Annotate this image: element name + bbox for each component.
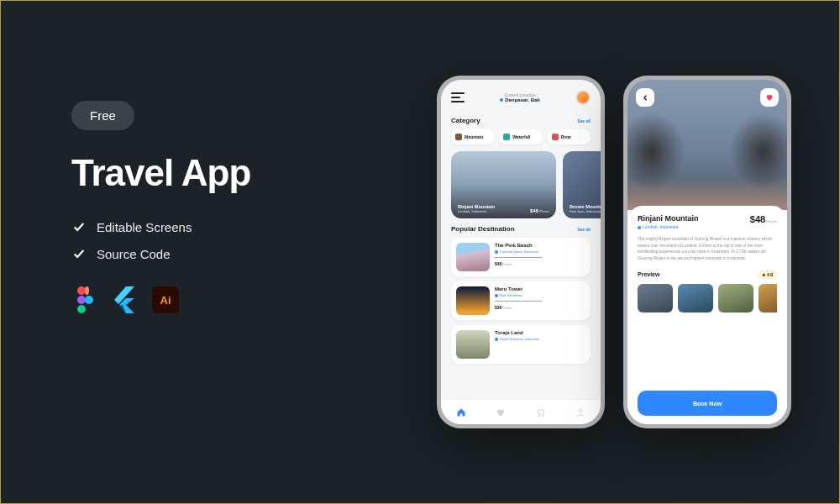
preview-thumb[interactable]: [759, 284, 777, 312]
card-location: Lombok, Indonesia: [458, 209, 495, 213]
phone-mockup-detail: Rinjani Mountain Lombok, Indonesia $48/P…: [623, 76, 791, 428]
free-badge: Free: [71, 101, 134, 130]
menu-icon[interactable]: [451, 92, 465, 102]
detail-description: The mighty Rinjani mountain of Gunung Ri…: [638, 236, 777, 262]
featured-card[interactable]: Bromo Mountain East Java, Indonesia: [563, 151, 601, 218]
check-icon: [71, 219, 87, 234]
svg-point-7: [579, 409, 582, 412]
rating-badge: ★4.8: [758, 270, 777, 279]
nav-cart-icon[interactable]: [535, 407, 547, 418]
see-all-link[interactable]: See all: [577, 227, 591, 232]
detail-title: Rinjani Mountain: [638, 214, 699, 223]
marketing-panel: Free Travel App Editable Screens Source …: [71, 101, 391, 313]
svg-point-0: [77, 286, 86, 295]
feature-item: Editable Screens: [71, 219, 391, 234]
detail-price: $48: [750, 214, 765, 224]
book-now-button[interactable]: Book Now: [638, 391, 777, 416]
popular-title: Popular Destination: [451, 225, 515, 233]
destination-item[interactable]: Toraja Land South Sulawesi, Indonesia: [451, 325, 591, 364]
svg-point-2: [77, 296, 86, 304]
tool-icons-row: Ai: [71, 286, 391, 313]
feature-item: Source Code: [71, 246, 391, 261]
svg-rect-1: [85, 286, 89, 295]
category-chip[interactable]: Mountain: [451, 129, 494, 144]
feature-label: Editable Screens: [97, 220, 192, 234]
mountain-icon: [455, 134, 462, 140]
category-title: Category: [451, 117, 480, 124]
figma-icon: [71, 286, 98, 313]
location-value: Denpasar, Bali: [505, 97, 539, 102]
category-chip[interactable]: Waterfall: [499, 129, 542, 144]
feature-label: Source Code: [97, 247, 171, 261]
detail-location: Lombok, Indonesia: [643, 224, 678, 229]
check-icon: [71, 246, 87, 261]
detail-sheet: Rinjani Mountain Lombok, Indonesia $48/P…: [627, 206, 787, 424]
river-icon: [552, 134, 559, 140]
destination-thumb: [456, 243, 490, 271]
phone-mockup-home: Current Location Denpasar, Bali Category…: [437, 76, 605, 428]
bottom-nav: [441, 399, 601, 424]
nav-favorite-icon[interactable]: [495, 407, 507, 418]
favorite-button[interactable]: [760, 88, 779, 107]
svg-point-3: [85, 296, 93, 304]
hero-image: [627, 80, 787, 210]
see-all-link[interactable]: See all: [577, 118, 591, 123]
nav-home-icon[interactable]: [455, 407, 467, 418]
card-location: East Java, Indonesia: [570, 209, 601, 213]
destination-thumb: [456, 286, 490, 315]
nav-profile-icon[interactable]: [575, 407, 586, 418]
featured-card[interactable]: Rinjani Mountain Lombok, Indonesia $48/P…: [451, 151, 556, 218]
category-chip[interactable]: River: [548, 129, 591, 144]
svg-point-4: [77, 305, 86, 313]
preview-thumb[interactable]: [678, 284, 713, 312]
svg-point-5: [538, 415, 540, 417]
preview-title: Preview: [638, 271, 659, 277]
waterfall-icon: [503, 134, 510, 140]
illustrator-icon: Ai: [152, 286, 179, 313]
svg-point-6: [543, 415, 544, 417]
avatar[interactable]: [575, 90, 591, 105]
product-title: Travel App: [71, 152, 391, 194]
pin-icon: [500, 98, 503, 102]
destination-thumb: [456, 330, 490, 359]
preview-thumb[interactable]: [638, 284, 673, 312]
destination-item[interactable]: The Pink Beach Komodo Island, Indonesia …: [451, 238, 591, 276]
flutter-icon: [112, 286, 139, 313]
preview-thumb[interactable]: [718, 284, 753, 312]
current-location[interactable]: Current Location Denpasar, Bali: [500, 92, 539, 102]
back-button[interactable]: [636, 88, 654, 107]
star-icon: ★: [762, 272, 765, 277]
destination-item[interactable]: Meru Tower Bali, Indonesia ▬▬▬▬▬▬▬▬▬▬▬▬▬…: [451, 281, 591, 320]
pin-icon: [638, 226, 641, 229]
